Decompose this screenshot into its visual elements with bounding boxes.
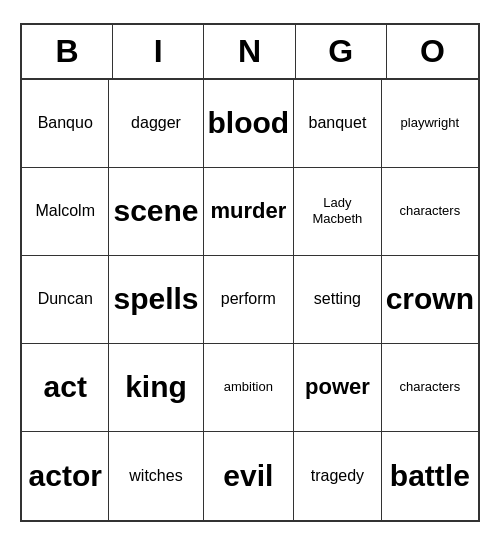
bingo-cell: characters (382, 168, 478, 256)
bingo-cell: scene (109, 168, 203, 256)
bingo-cell: battle (382, 432, 478, 520)
bingo-cell: banquet (294, 80, 381, 168)
bingo-cell: Malcolm (22, 168, 109, 256)
cell-text: LadyMacbeth (312, 195, 362, 226)
cell-text: characters (399, 203, 460, 219)
bingo-cell: evil (204, 432, 295, 520)
bingo-cell: Banquo (22, 80, 109, 168)
bingo-cell: characters (382, 344, 478, 432)
bingo-cell: king (109, 344, 203, 432)
cell-text: actor (29, 458, 102, 494)
header-letter: I (113, 25, 204, 78)
cell-text: characters (399, 379, 460, 395)
bingo-header: BINGO (22, 25, 478, 80)
bingo-cell: playwright (382, 80, 478, 168)
bingo-cell: setting (294, 256, 381, 344)
bingo-grid: BanquodaggerbloodbanquetplaywrightMalcol… (22, 80, 478, 520)
header-letter: G (296, 25, 387, 78)
cell-text: act (44, 369, 87, 405)
cell-text: dagger (131, 113, 181, 132)
bingo-cell: actor (22, 432, 109, 520)
cell-text: power (305, 374, 370, 400)
cell-text: battle (390, 458, 470, 494)
bingo-cell: ambition (204, 344, 295, 432)
bingo-cell: power (294, 344, 381, 432)
bingo-cell: dagger (109, 80, 203, 168)
cell-text: blood (208, 105, 290, 141)
bingo-cell: witches (109, 432, 203, 520)
cell-text: perform (221, 289, 276, 308)
bingo-cell: Duncan (22, 256, 109, 344)
bingo-card: BINGO Banquodaggerbloodbanquetplaywright… (20, 23, 480, 522)
bingo-cell: murder (204, 168, 295, 256)
cell-text: Duncan (38, 289, 93, 308)
cell-text: setting (314, 289, 361, 308)
cell-text: evil (223, 458, 273, 494)
cell-text: spells (113, 281, 198, 317)
bingo-cell: tragedy (294, 432, 381, 520)
cell-text: murder (210, 198, 286, 224)
header-letter: O (387, 25, 478, 78)
cell-text: Banquo (38, 113, 93, 132)
cell-text: witches (129, 466, 182, 485)
bingo-cell: blood (204, 80, 295, 168)
bingo-cell: perform (204, 256, 295, 344)
bingo-cell: crown (382, 256, 478, 344)
cell-text: scene (113, 193, 198, 229)
bingo-cell: LadyMacbeth (294, 168, 381, 256)
cell-text: Malcolm (35, 201, 95, 220)
header-letter: N (204, 25, 295, 78)
bingo-cell: spells (109, 256, 203, 344)
cell-text: playwright (401, 115, 460, 131)
cell-text: crown (386, 281, 474, 317)
cell-text: banquet (308, 113, 366, 132)
cell-text: ambition (224, 379, 273, 395)
bingo-cell: act (22, 344, 109, 432)
cell-text: king (125, 369, 187, 405)
cell-text: tragedy (311, 466, 364, 485)
header-letter: B (22, 25, 113, 78)
